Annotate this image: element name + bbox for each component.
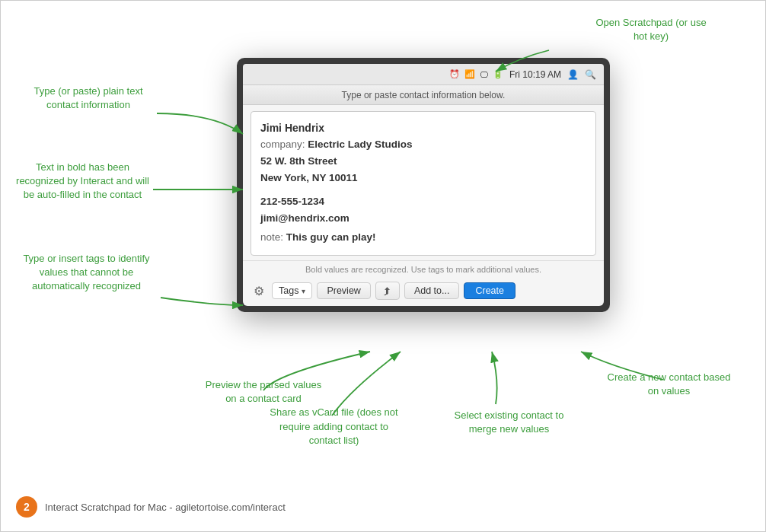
note-value: This guy can play! bbox=[286, 231, 376, 243]
annotation-create-new: Create a new contact based on values bbox=[602, 371, 736, 398]
share-icon: ⮭ bbox=[382, 285, 393, 297]
chevron-down-icon: ▾ bbox=[302, 287, 305, 295]
contact-phone: 212-555-1234 bbox=[260, 193, 586, 210]
gear-button[interactable]: ⚙ bbox=[251, 282, 267, 299]
create-button[interactable]: Create bbox=[464, 282, 515, 299]
contact-name: Jimi Hendrix bbox=[260, 119, 586, 136]
annotation-share-vcard: Share as vCard file (does not require ad… bbox=[267, 406, 401, 448]
search-icon: 🔍 bbox=[585, 69, 596, 80]
screen-icon: 🖵 bbox=[480, 70, 488, 79]
footer-text: Interact Scratchpad for Mac - agiletorto… bbox=[45, 502, 286, 513]
company-label: company: bbox=[260, 139, 308, 150]
annotation-preview: Preview the parsed values on a contact c… bbox=[203, 378, 324, 406]
wifi-icon: 📶 bbox=[464, 69, 475, 79]
company-value: Electric Lady Studios bbox=[308, 139, 412, 150]
mac-window: ⏰ 📶 🖵 🔋 Fri 10:19 AM 👤 🔍 Type or paste c… bbox=[237, 58, 610, 312]
menu-bar: ⏰ 📶 🖵 🔋 Fri 10:19 AM 👤 🔍 bbox=[243, 64, 604, 85]
scratchpad-title-text: Type or paste contact information below. bbox=[342, 90, 506, 100]
scratchpad-content[interactable]: Jimi Hendrix company: Electric Lady Stud… bbox=[251, 111, 596, 256]
menu-bar-time: Fri 10:19 AM bbox=[509, 69, 561, 80]
preview-button[interactable]: Preview bbox=[317, 282, 370, 299]
battery-icon: 🔋 bbox=[493, 69, 503, 79]
share-button[interactable]: ⮭ bbox=[375, 282, 400, 300]
annotation-open-scratchpad: Open Scratchpad (or use hot key) bbox=[590, 16, 712, 43]
annotation-bold-text: Text in bold has been recognized by Inte… bbox=[12, 161, 153, 202]
note-label: note: bbox=[260, 231, 286, 243]
contact-address1: 52 W. 8th Street bbox=[260, 153, 586, 170]
contact-company-line: company: Electric Lady Studios bbox=[260, 136, 586, 153]
scratchpad-hint: Bold values are recognized. Use tags to … bbox=[243, 260, 604, 277]
scratchpad-title-bar: Type or paste contact information below. bbox=[243, 85, 604, 105]
clock-icon: ⏰ bbox=[449, 69, 460, 79]
tags-dropdown[interactable]: Tags ▾ bbox=[272, 282, 312, 299]
app-icon-text: 2 bbox=[24, 501, 30, 513]
footer: 2 Interact Scratchpad for Mac - agiletor… bbox=[16, 496, 286, 518]
contact-note-line: note: This guy can play! bbox=[260, 229, 586, 246]
app-icon: 2 bbox=[16, 496, 37, 518]
annotation-select-existing: Select existing contact to merge new val… bbox=[442, 409, 576, 436]
annotation-type-tags: Type or insert tags to identify values t… bbox=[12, 252, 161, 294]
tags-label: Tags bbox=[279, 285, 298, 296]
menu-bar-icons: ⏰ 📶 🖵 🔋 bbox=[449, 69, 503, 79]
contact-address2: New York, NY 10011 bbox=[260, 170, 586, 186]
scratchpad-window: Type or paste contact information below.… bbox=[243, 85, 604, 306]
scratchpad-toolbar: ⚙ Tags ▾ Preview ⮭ Add to... Create bbox=[243, 277, 604, 306]
user-icon: 👤 bbox=[567, 69, 579, 80]
addto-button[interactable]: Add to... bbox=[404, 282, 460, 299]
contact-email: jimi@hendrix.com bbox=[260, 210, 586, 227]
annotation-type-paste: Type (or paste) plain text contact infor… bbox=[24, 84, 153, 112]
